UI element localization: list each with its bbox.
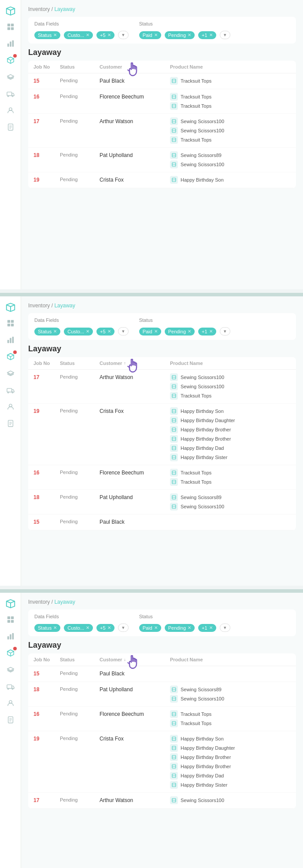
status-tag-paid-tag[interactable]: Paid ✕ [139,328,161,336]
svg-rect-75 [11,616,13,619]
status-tag-pending-tag[interactable]: Pending ✕ [165,624,195,632]
data-fields-dropdown[interactable]: ▾ [118,624,129,632]
status-dropdown[interactable]: ▾ [220,31,230,39]
data-fields-dropdown[interactable]: ▾ [118,327,129,336]
sidebar-icon-cube[interactable] [6,648,15,658]
product-name: Sewing Scissors89 [181,153,222,158]
layaway-table: Job NoStatusCustomer↓ Product Name15Pend… [28,653,296,809]
sidebar-icon-bar-chart[interactable] [6,335,15,345]
svg-rect-6 [12,40,14,47]
cell-customer: Crista Fox [100,735,170,742]
col-header-customer[interactable]: Customer↓ [100,657,170,662]
status-tag-pending-tag[interactable]: Pending ✕ [165,31,195,39]
table-row[interactable]: 19PendingCrista FoxHappy Birthday SonHap… [28,731,296,793]
sidebar-icon-layers[interactable] [6,368,15,378]
product-name: Happy Birthday Son [181,177,224,182]
product-thumbnail [170,426,178,434]
table-row[interactable]: 17PendingArthur WatsonSewing Scissors100… [28,370,296,404]
col-header-jobno: Job No [33,361,60,366]
sidebar-icon-user[interactable] [6,402,15,412]
data-fields-dropdown[interactable]: ▾ [118,31,129,39]
status-tag-plus1-tag[interactable]: +1 ✕ [198,624,216,632]
sidebar-icon-cube[interactable] [6,352,15,361]
breadcrumb-parent[interactable]: Inventory [28,6,50,12]
product-item: Tracksuit Tops [170,719,291,727]
filter-row: Data FieldsStatus ✕Custo... ✕+5 ✕▾Status… [34,317,290,336]
sidebar-icon-document[interactable] [6,715,15,725]
col-header-product: Product Name [170,64,291,69]
status-tag-pending-tag[interactable]: Pending ✕ [165,328,195,336]
tag-custo-tag[interactable]: Custo... ✕ [64,624,93,632]
table-row[interactable]: 18PendingPat UphollandSewing Scissors89S… [28,148,296,172]
tag-status-tag[interactable]: Status ✕ [34,31,60,39]
table-row[interactable]: 17PendingArthur WatsonSewing Scissors100 [28,793,296,809]
tag-custo-tag[interactable]: Custo... ✕ [64,328,93,336]
product-item: Sewing Scissors100 [170,503,291,511]
breadcrumb-parent[interactable]: Inventory [28,599,50,605]
sidebar-icon-user[interactable] [6,698,15,708]
sidebar-icon-cube[interactable] [6,55,15,65]
tag-plus5-tag[interactable]: +5 ✕ [96,328,115,336]
sidebar-icon-grid[interactable] [6,318,15,328]
sidebar-icon-truck[interactable] [6,385,15,395]
sidebar-icon-truck[interactable] [6,682,15,691]
table-row[interactable]: 19PendingCrista FoxHappy Birthday SonHap… [28,404,296,465]
product-item: Happy Birthday Brother [170,426,291,434]
table-row[interactable]: 16PendingFlorence BeechumTracksuit TopsT… [28,89,296,114]
breadcrumb-parent[interactable]: Inventory [28,303,50,309]
status-dropdown[interactable]: ▾ [220,327,230,336]
cell-customer: Florence Beechum [100,469,170,476]
table-row[interactable]: 16PendingFlorence BeechumTracksuit TopsT… [28,465,296,490]
filter-row: Data FieldsStatus ✕Custo... ✕+5 ✕▾Status… [34,614,290,632]
tag-status-tag[interactable]: Status ✕ [34,328,60,336]
sidebar-icon-bar-chart[interactable] [6,39,15,48]
cell-customer: Paul Black [100,670,170,677]
table-row[interactable]: 16PendingFlorence BeechumTracksuit TopsT… [28,707,296,731]
status-dropdown[interactable]: ▾ [220,624,230,632]
status-tag-plus1-tag[interactable]: +1 ✕ [198,328,216,336]
tag-plus5-tag[interactable]: +5 ✕ [96,624,115,632]
sidebar-icon-layers[interactable] [6,665,15,675]
cell-products: Sewing Scissors100Sewing Scissors100Trac… [170,373,291,400]
status-label: Status [139,317,230,323]
table-row[interactable]: 15PendingPaul Black [28,666,296,682]
status-tag-paid-tag[interactable]: Paid ✕ [139,624,161,632]
product-thumbnail [170,762,178,770]
tag-plus5-tag[interactable]: +5 ✕ [96,31,115,39]
table-row[interactable]: 15PendingPaul BlackTracksuit Tops [28,73,296,89]
product-item: Happy Birthday Dad [170,444,291,452]
cell-status: Pending [60,373,100,379]
svg-rect-4 [7,44,9,47]
sidebar-icon-bar-chart[interactable] [6,631,15,641]
tag-status-tag[interactable]: Status ✕ [34,624,60,632]
product-item: Happy Birthday Brother [170,753,291,761]
product-name: Happy Birthday Dad [181,773,224,778]
sidebar-icon-truck[interactable] [6,89,15,98]
data-fields-label: Data Fields [34,317,129,323]
section-title: Layaway [28,344,296,354]
sidebar-icon-document[interactable] [6,122,15,132]
sidebar-icon-grid[interactable] [6,22,15,32]
sidebar-icon-grid[interactable] [6,615,15,624]
product-name: Happy Birthday Daughter [181,418,235,423]
col-header-customer[interactable]: Customer↑ [100,361,170,366]
main-content: Inventory / LayawayData FieldsStatus ✕Cu… [21,0,303,289]
section-panel-2: Inventory / LayawayData FieldsStatus ✕Cu… [0,593,303,868]
col-header-customer[interactable]: Customer [100,64,170,69]
product-item: Happy Birthday Brother [170,435,291,443]
table-row[interactable]: 19PendingCrista FoxHappy Birthday Son [28,172,296,188]
table-row[interactable]: 18PendingPat UphollandSewing Scissors89S… [28,490,296,514]
sidebar-icon-layers[interactable] [6,72,15,82]
table-row[interactable]: 17PendingArthur WatsonSewing Scissors100… [28,114,296,148]
product-thumbnail [170,503,178,511]
table-row[interactable]: 18PendingPat UphollandSewing Scissors89S… [28,682,296,707]
sidebar-icon-document[interactable] [6,419,15,428]
svg-rect-35 [7,324,10,326]
sidebar-icon-user[interactable] [6,106,15,115]
table-row[interactable]: 15PendingPaul Black [28,514,296,530]
svg-rect-33 [7,320,10,323]
tag-custo-tag[interactable]: Custo... ✕ [64,31,93,39]
status-tag-paid-tag[interactable]: Paid ✕ [139,31,161,39]
cell-status: Pending [60,686,100,692]
status-tag-plus1-tag[interactable]: +1 ✕ [198,31,216,39]
